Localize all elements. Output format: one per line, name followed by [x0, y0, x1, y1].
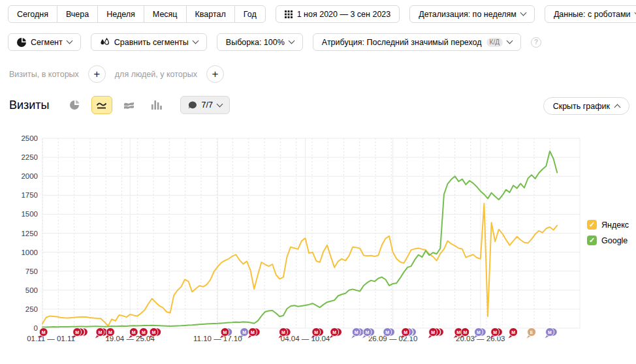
legend-label-yandex: Яндекс — [601, 220, 629, 230]
comment-marker-letter: М — [548, 330, 552, 335]
data-mode-dropdown[interactable]: Данные: с роботами — [545, 5, 636, 23]
y-axis-tick-label: 500 — [25, 286, 38, 294]
y-axis-tick-label: 0 — [34, 324, 38, 332]
chevron-up-icon — [614, 104, 621, 110]
pie-chart-icon — [69, 100, 80, 110]
comment-marker-letter: М — [463, 330, 467, 335]
toolbar-row-dates: Сегодня Вчера Неделя Месяц Квартал Год 1… — [8, 5, 636, 23]
x-axis-tick-label: 01.11 — 01.11 — [27, 335, 75, 342]
line-chart-icon — [96, 100, 107, 110]
comment-marker-letter: М — [314, 330, 318, 335]
chart-legend: ✓ Яндекс ✓ Google — [587, 220, 629, 245]
segment-label: Сегмент — [31, 38, 63, 47]
chart-type-line-button[interactable] — [91, 96, 112, 114]
legend-item-google[interactable]: ✓ Google — [587, 235, 629, 245]
comment-marker-letter: Е — [530, 330, 533, 335]
comment-marker-letter: М — [431, 330, 435, 335]
comment-marker-letter: М — [332, 330, 336, 335]
comment-marker-letter: М — [108, 330, 112, 335]
comments-count: 7/7 — [202, 100, 213, 110]
range-button-month[interactable]: Месяц — [144, 5, 187, 23]
legend-checkbox-google[interactable]: ✓ — [587, 235, 597, 245]
calendar-grid-icon — [285, 10, 293, 18]
chevron-down-icon — [507, 38, 513, 44]
comment-marker-letter: М — [132, 330, 136, 335]
help-icon[interactable]: ? — [531, 37, 541, 48]
comment-marker-letter: М — [251, 330, 255, 335]
chart-type-pie-button[interactable] — [64, 96, 85, 114]
visits-chart-svg: 0250500750100012501500175020002250250001… — [0, 127, 636, 364]
series-line-google — [42, 151, 557, 327]
comment-marker-letter: М — [242, 330, 246, 335]
legend-checkbox-yandex[interactable]: ✓ — [587, 220, 597, 230]
comment-marker-letter: М — [98, 330, 102, 335]
y-axis-tick-label: 1250 — [21, 230, 38, 237]
pie-icon — [17, 38, 26, 47]
segment-builder-row: Визиты, в которых + для людей, у которых… — [9, 65, 227, 83]
hide-chart-button[interactable]: Скрыть график — [543, 97, 629, 115]
comment-marker-letter: М — [142, 330, 146, 335]
comment-marker-letter: М — [281, 330, 285, 335]
chevron-down-icon — [66, 38, 72, 44]
y-axis-tick-label: 750 — [25, 267, 38, 275]
y-axis-tick-label: 2500 — [21, 134, 38, 142]
date-range-picker[interactable]: 1 ноя 2020 — 3 сен 2023 — [276, 5, 400, 23]
comment-marker-letter: М — [152, 330, 156, 335]
y-axis-tick-label: 250 — [25, 305, 38, 313]
compare-segments-label: Сравнить сегменты — [114, 38, 189, 47]
range-button-quarter[interactable]: Квартал — [186, 5, 235, 23]
comment-marker-letter: М — [223, 330, 227, 335]
comment-marker-letter: М — [493, 330, 497, 335]
comment-marker-letter: М — [477, 330, 481, 335]
toolbar-row-segments: Сегмент Сравнить сегменты Выборка: 100% … — [8, 33, 541, 51]
date-range-segment-control: Сегодня Вчера Неделя Месяц Квартал Год — [8, 5, 266, 23]
attribution-badge: К/Д — [486, 38, 503, 47]
visits-condition-label: Визиты, в которых — [9, 70, 79, 79]
sampling-label: Выборка: 100% — [226, 38, 285, 47]
detail-dropdown[interactable]: Детализация: по неделям — [409, 5, 535, 23]
comment-bubble-icon — [188, 101, 197, 110]
comment-marker-letter: М — [355, 330, 358, 335]
chevron-down-icon — [192, 38, 199, 44]
chevron-down-icon — [288, 38, 294, 44]
y-axis-tick-label: 2000 — [21, 172, 38, 180]
legend-label-google: Google — [601, 236, 628, 245]
series-line-яндекс — [42, 204, 557, 326]
legend-item-yandex[interactable]: ✓ Яндекс — [587, 220, 629, 230]
segment-dropdown[interactable]: Сегмент — [8, 33, 81, 51]
y-axis-tick-label: 1750 — [21, 191, 38, 199]
attribution-label: Атрибуция: Последний значимый переход — [322, 38, 482, 47]
comment-marker-letter: М — [366, 330, 370, 335]
chevron-down-icon — [217, 100, 223, 107]
x-axis-tick-label: 11.10 — 17.10 — [193, 335, 242, 342]
compare-segments-dropdown[interactable]: Сравнить сегменты — [91, 33, 207, 51]
hide-chart-label: Скрыть график — [553, 102, 610, 111]
range-button-week[interactable]: Неделя — [97, 5, 144, 23]
stacked-area-icon — [123, 100, 135, 110]
chevron-down-icon — [520, 10, 526, 16]
add-people-condition-button[interactable]: + — [206, 65, 224, 83]
people-condition-label: для людей, у которых — [115, 70, 197, 79]
range-button-yesterday[interactable]: Вчера — [57, 5, 98, 23]
chart-type-area-button[interactable] — [119, 96, 140, 114]
chart-type-columns-button[interactable] — [146, 96, 167, 114]
data-mode-label: Данные: с роботами — [554, 10, 631, 19]
y-axis-tick-label: 1000 — [21, 249, 38, 256]
attribution-dropdown[interactable]: Атрибуция: Последний значимый переход К/… — [313, 33, 521, 51]
comment-marker-letter: М — [404, 330, 407, 335]
comment-marker-letter: М — [385, 330, 389, 335]
sampling-dropdown[interactable]: Выборка: 100% — [217, 33, 303, 51]
comments-dropdown[interactable]: 7/7 — [180, 96, 230, 114]
comment-marker-letter: М — [75, 330, 79, 335]
range-button-year[interactable]: Год — [234, 5, 266, 23]
range-button-today[interactable]: Сегодня — [8, 5, 57, 23]
chart-type-switcher — [64, 96, 167, 114]
comment-marker-letter: М — [456, 330, 460, 335]
column-chart-icon — [151, 100, 162, 110]
visits-chart: 0250500750100012501500175020002250250001… — [0, 127, 636, 364]
comment-marker-letter: М — [42, 330, 46, 335]
chart-header: Визиты — [9, 96, 230, 114]
page-title: Визиты — [9, 99, 50, 112]
add-visit-condition-button[interactable]: + — [88, 65, 106, 83]
y-axis-tick-label: 2250 — [21, 153, 38, 161]
